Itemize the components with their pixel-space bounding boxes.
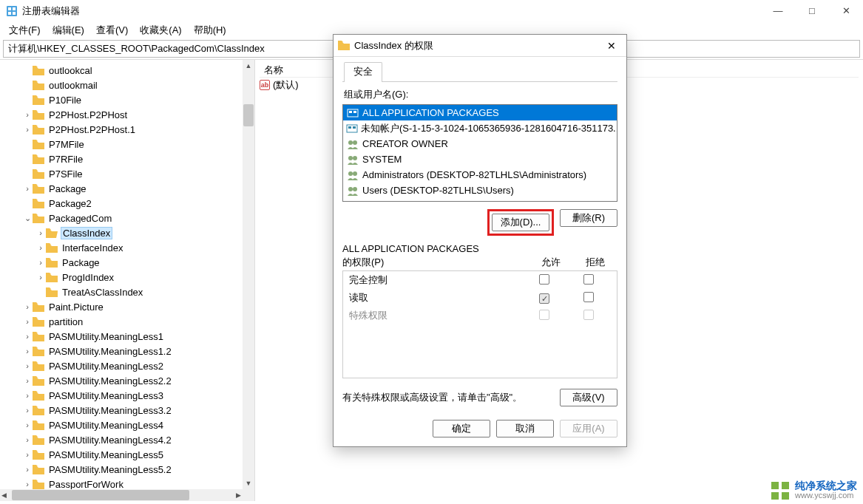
tree-item[interactable]: P7MFile	[0, 137, 254, 151]
tree-expander-icon[interactable]: ›	[22, 420, 33, 429]
tree-expander-icon[interactable]: ›	[22, 110, 33, 119]
user-list-item[interactable]: Users (DESKTOP-82TLHLS\Users)	[343, 183, 617, 198]
tree-item[interactable]: ›ProgIdIndex	[0, 270, 254, 285]
tree-item[interactable]: ›PASMUtility.MeaningLess3.2	[0, 403, 254, 418]
tree-item[interactable]: ⌄PackagedCom	[0, 211, 254, 225]
tree-item[interactable]: ›PASMUtility.MeaningLess5	[0, 447, 254, 462]
menu-help[interactable]: 帮助(H)	[188, 23, 232, 38]
tree-item[interactable]: ›Paint.Picture	[0, 299, 254, 314]
user-name: 未知帐户(S-1-15-3-1024-1065365936-1281604716…	[361, 122, 617, 135]
tree-item[interactable]: ›PASMUtility.MeaningLess4	[0, 418, 254, 432]
tree-expander-icon[interactable]: ›	[22, 361, 33, 370]
tree-expander-icon[interactable]: ›	[22, 435, 33, 444]
folder-icon	[33, 125, 44, 134]
svg-point-16	[353, 171, 357, 176]
tree-item[interactable]: ›InterfaceIndex	[0, 240, 254, 255]
menu-file[interactable]: 文件(F)	[3, 23, 47, 38]
svg-rect-10	[353, 126, 356, 129]
dialog-close-button[interactable]: ✕	[601, 40, 622, 52]
svg-rect-4	[13, 12, 16, 15]
tree-item[interactable]: ›PASMUtility.MeaningLess5.2	[0, 462, 254, 477]
maximize-button[interactable]: □	[795, 0, 829, 22]
deny-checkbox[interactable]	[583, 310, 594, 320]
ok-button[interactable]: 确定	[433, 420, 490, 437]
tree-item[interactable]: ›Package	[0, 255, 254, 270]
tree-item-label: PASMUtility.MeaningLess5	[47, 449, 165, 460]
tree-item[interactable]: ›PASMUtility.MeaningLess3	[0, 388, 254, 403]
menu-favorites[interactable]: 收藏夹(A)	[134, 23, 187, 38]
tree-expander-icon[interactable]: ›	[22, 450, 33, 459]
user-list-item[interactable]: 未知帐户(S-1-15-3-1024-1065365936-1281604716…	[343, 120, 617, 136]
allow-checkbox[interactable]	[539, 274, 549, 285]
tree-item[interactable]: ›Package	[0, 181, 254, 196]
tree-expander-icon[interactable]: ›	[35, 243, 46, 252]
tree-expander-icon[interactable]: ›	[22, 317, 33, 326]
deny-checkbox[interactable]	[583, 292, 594, 302]
close-button[interactable]: ✕	[829, 0, 863, 22]
folder-icon	[33, 169, 44, 179]
tree-scrollbar[interactable]: ▲ ▼	[243, 60, 254, 501]
add-button[interactable]: 添加(D)...	[492, 214, 549, 231]
tree-expander-icon[interactable]: ›	[35, 228, 46, 237]
tree-expander-icon[interactable]: ›	[22, 347, 33, 355]
tree-item[interactable]: outlookcal	[0, 63, 254, 78]
tree-item[interactable]: ›PASMUtility.MeaningLess2.2	[0, 373, 254, 388]
tree-item-label: PASMUtility.MeaningLess5.2	[47, 464, 173, 475]
tree-item[interactable]: ›PASMUtility.MeaningLess2	[0, 358, 254, 373]
permissions-label-sub: 的权限(P)	[342, 256, 529, 269]
apply-button[interactable]: 应用(A)	[560, 420, 617, 437]
tree-expander-icon[interactable]: ›	[22, 480, 33, 488]
tree-item[interactable]: ›P2PHost.P2PHost	[0, 107, 254, 122]
tree-expander-icon[interactable]: ›	[35, 273, 46, 282]
tree-expander-icon[interactable]: ›	[22, 465, 33, 474]
tree-item[interactable]: P10File	[0, 92, 254, 107]
menu-view[interactable]: 查看(V)	[90, 23, 134, 38]
user-list-item[interactable]: SYSTEM	[343, 151, 617, 167]
tree-item[interactable]: ›partition	[0, 314, 254, 329]
minimize-button[interactable]: —	[761, 0, 795, 22]
tree-item-label: partition	[47, 316, 84, 327]
advanced-button[interactable]: 高级(V)	[560, 389, 617, 406]
folder-icon	[33, 420, 44, 430]
tree-item[interactable]: Package2	[0, 196, 254, 211]
tree-item[interactable]: ›P2PHost.P2PHost.1	[0, 122, 254, 137]
tree-item[interactable]: ›ClassIndex	[0, 225, 254, 240]
tree-expander-icon[interactable]: ›	[22, 332, 33, 341]
tree-expander-icon[interactable]: ›	[22, 406, 33, 415]
col-name[interactable]: 名称	[260, 64, 288, 77]
allow-checkbox[interactable]	[539, 310, 549, 320]
tree-item[interactable]: outlookmail	[0, 78, 254, 92]
cancel-button[interactable]: 取消	[496, 420, 554, 437]
tree-item-label: PASMUtility.MeaningLess1.2	[47, 346, 173, 357]
tree-expander-icon[interactable]: ›	[22, 391, 33, 400]
tree-expander-icon[interactable]: ⌄	[22, 214, 33, 223]
folder-icon	[33, 302, 44, 312]
tree-item[interactable]: ›PASMUtility.MeaningLess1	[0, 329, 254, 344]
users-listbox[interactable]: ALL APPLICATION PACKAGES未知帐户(S-1-15-3-10…	[342, 104, 617, 202]
user-icon	[346, 185, 359, 197]
user-list-item[interactable]: Administrators (DESKTOP-82TLHLS\Administ…	[343, 167, 617, 183]
tree-expander-icon[interactable]: ›	[22, 302, 33, 311]
allow-checkbox[interactable]	[539, 293, 549, 304]
tab-security[interactable]: 安全	[344, 62, 382, 82]
tree-expander-icon[interactable]: ›	[22, 376, 33, 385]
tree-item[interactable]: ›PASMUtility.MeaningLess1.2	[0, 344, 254, 358]
watermark-title: 纯净系统之家	[795, 480, 857, 491]
tree-expander-icon[interactable]: ›	[22, 184, 33, 193]
tree-item[interactable]: TreatAsClassIndex	[0, 285, 254, 299]
tree-item[interactable]: P7SFile	[0, 166, 254, 181]
tree-expander-icon[interactable]: ›	[22, 125, 33, 134]
remove-button[interactable]: 删除(R)	[560, 209, 617, 227]
folder-icon	[46, 287, 58, 297]
tree-item[interactable]: P7RFile	[0, 151, 254, 166]
tree-expander-icon[interactable]: ›	[35, 258, 46, 267]
user-icon	[346, 154, 359, 166]
tree-hscroll[interactable]: ◀ ▶	[0, 489, 243, 501]
tree-item[interactable]: ›PASMUtility.MeaningLess4.2	[0, 432, 254, 447]
folder-icon	[33, 450, 44, 460]
menu-edit[interactable]: 编辑(E)	[47, 23, 90, 38]
user-list-item[interactable]: ALL APPLICATION PACKAGES	[343, 105, 617, 120]
user-list-item[interactable]: CREATOR OWNER	[343, 136, 617, 151]
permission-label: 特殊权限	[349, 309, 522, 322]
deny-checkbox[interactable]	[583, 274, 594, 285]
